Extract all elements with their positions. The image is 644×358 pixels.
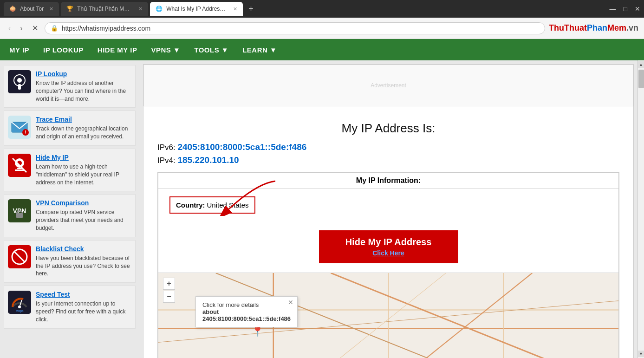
close-button[interactable]: ✕ (635, 5, 640, 13)
sidebar-desc-vpn: Compare top rated VPN service providers … (36, 208, 131, 232)
sidebar-icon-vpn: VPN (8, 199, 31, 222)
sidebar-icon-speed-test: Mbps (8, 291, 31, 314)
ipv6-label: IPv6: (157, 143, 176, 152)
scrollbar-down[interactable]: ▼ (638, 351, 644, 357)
map-container: + − ✕ Click for more details about 2405:… (158, 273, 618, 358)
sidebar-text-ip-lookup: IP Lookup Know the IP address of another… (36, 70, 131, 103)
nav-hide-my-ip[interactable]: HIDE MY IP (98, 46, 137, 54)
tab-close-2[interactable]: ✕ (138, 6, 143, 12)
sidebar-item-blacklist: Blacklist Check Have you been blackliste… (4, 240, 136, 283)
url-text: https://whatismyipaddress.com (62, 25, 539, 32)
brand-logo: ThuThuatPhanMem.vn (549, 23, 638, 33)
svg-text:!: ! (25, 130, 26, 135)
sidebar-title-blacklist[interactable]: Blacklist Check (36, 245, 131, 253)
sidebar-title-vpn[interactable]: VPN Comparison (36, 199, 131, 207)
scrollbar-up[interactable]: ▲ (638, 61, 644, 68)
svg-text:Mbps: Mbps (15, 309, 24, 313)
nav-vpns[interactable]: VPNS ▼ (151, 46, 180, 54)
sidebar-title-trace-email[interactable]: Trace Email (36, 116, 131, 123)
sidebar-icon-blacklist (8, 245, 31, 268)
sidebar-item-ip-lookup: IP Lookup Know the IP address of another… (4, 65, 136, 108)
sidebar-text-vpn: VPN Comparison Compare top rated VPN ser… (36, 199, 131, 232)
svg-rect-12 (15, 169, 24, 171)
sidebar-desc-ip-lookup: Know the IP address of another computer?… (36, 79, 131, 103)
site-navbar: MY IP IP LOOKUP HIDE MY IP VPNS ▼ TOOLS … (0, 39, 644, 60)
tab-close-3[interactable]: ✕ (233, 6, 237, 12)
ipv4-row: IPv4: 185.220.101.10 (157, 155, 619, 165)
tab-favicon-1: 🧅 (9, 6, 16, 12)
tab-whatismyip[interactable]: 🌐 What Is My IP Address - See Yo... ✕ (150, 2, 243, 16)
back-button[interactable]: ‹ (6, 22, 13, 34)
sidebar-item-trace-email: ! Trace Email Track down the geographica… (4, 111, 136, 146)
hide-ip-label: Hide My IP Address (345, 237, 432, 247)
tab-close-1[interactable]: ✕ (49, 6, 53, 12)
nav-ip-lookup[interactable]: IP LOOKUP (43, 46, 84, 54)
svg-point-2 (17, 78, 22, 83)
tab-thuthuat[interactable]: 🏆 Thủ Thuật Phần Mềm, Máy Tính... ✕ (61, 2, 148, 16)
ipv6-row: IPv6: 2405:8100:8000:5ca1::5de:f486 (157, 142, 619, 152)
hide-ip-section: Hide My IP Address Click Here (158, 221, 618, 273)
sidebar-item-vpn: VPN VPN Comparison Compare top rated VPN… (4, 194, 136, 237)
nav-learn[interactable]: LEARN ▼ (242, 46, 277, 54)
tooltip-line2: about 2405:8100:8000:5ca1::5de:f486 (202, 308, 291, 322)
tooltip-line1: Click for more details (202, 301, 291, 308)
tab-favicon-3: 🌐 (156, 6, 163, 12)
nav-my-ip[interactable]: MY IP (9, 46, 29, 54)
svg-rect-16 (16, 213, 23, 218)
minimize-button[interactable]: — (610, 5, 616, 13)
browser-titlebar: 🧅 About Tor ✕ 🏆 Thủ Thuật Phần Mềm, Máy … (0, 0, 644, 18)
sidebar-desc-trace-email: Track down the geographical location and… (36, 125, 131, 141)
arrow-indicator (201, 179, 285, 216)
sidebar-title-speed-test[interactable]: Speed Test (36, 291, 131, 298)
window-controls: — □ ✕ (610, 5, 640, 13)
url-bar[interactable]: 🔒 https://whatismyipaddress.com (45, 22, 545, 34)
sidebar-text-blacklist: Blacklist Check Have you been blackliste… (36, 245, 131, 278)
sidebar-title-ip-lookup[interactable]: IP Lookup (36, 70, 131, 78)
new-tab-button[interactable]: + (245, 2, 257, 16)
tab-favicon-2: 🏆 (66, 6, 73, 12)
sidebar-desc-speed-test: Is your Internet connection up to speed?… (36, 300, 131, 323)
sidebar-icon-trace-email: ! (8, 116, 31, 139)
sidebar-item-hide-my-ip: Hide My IP Learn how to use a high-tech … (4, 149, 136, 191)
sidebar-desc-hide-my-ip: Learn how to use a high-tech "middleman"… (36, 163, 131, 186)
lock-icon: 🔒 (51, 25, 58, 32)
sidebar-desc-blacklist: Have you been blacklisted because of the… (36, 254, 131, 278)
tab-about-tor[interactable]: 🧅 About Tor ✕ (4, 2, 59, 16)
forward-button[interactable]: › (17, 22, 25, 34)
map-zoom-in[interactable]: + (163, 278, 175, 290)
svg-point-22 (18, 306, 21, 308)
scrollbar: ▲ ▼ (637, 60, 644, 358)
ad-banner: Advertisement (143, 65, 633, 106)
hide-ip-button[interactable]: Hide My IP Address Click Here (319, 230, 458, 263)
page-title: My IP Address Is: (157, 121, 619, 136)
sidebar-text-trace-email: Trace Email Track down the geographical … (36, 116, 131, 141)
tooltip-close[interactable]: ✕ (288, 299, 293, 306)
sidebar-icon-ip-lookup (8, 70, 31, 93)
map-zoom-controls: + − (163, 278, 175, 303)
sidebar-title-hide-my-ip[interactable]: Hide My IP (36, 154, 131, 161)
sidebar-text-speed-test: Speed Test Is your Internet connection u… (36, 291, 131, 323)
ip-info-box: My IP Information: Country: United State… (157, 172, 619, 358)
ipv6-value[interactable]: 2405:8100:8000:5ca1::5de:f486 (177, 142, 306, 152)
scrollbar-thumb[interactable] (638, 70, 644, 88)
svg-rect-3 (18, 84, 21, 90)
ad-placeholder: Advertisement (371, 82, 406, 89)
map-tooltip: ✕ Click for more details about 2405:8100… (195, 296, 298, 327)
ip-section: My IP Address Is: IPv6: 2405:8100:8000:5… (143, 114, 633, 358)
ipv4-value[interactable]: 185.220.101.10 (177, 155, 239, 165)
content-area: Advertisement My IP Address Is: IPv6: 24… (139, 60, 637, 358)
tab-label-1: About Tor (20, 6, 44, 12)
maximize-button[interactable]: □ (624, 5, 627, 13)
sidebar: IP Lookup Know the IP address of another… (0, 60, 139, 358)
click-here-link[interactable]: Click Here (333, 249, 444, 257)
nav-tools[interactable]: TOOLS ▼ (194, 46, 228, 54)
sidebar-item-speed-test: Mbps Speed Test Is your Internet connect… (4, 286, 136, 328)
sidebar-icon-hide-my-ip (8, 154, 31, 177)
map-zoom-out[interactable]: − (163, 291, 175, 303)
refresh-button[interactable]: ✕ (29, 22, 41, 34)
address-bar: ‹ › ✕ 🔒 https://whatismyipaddress.com Th… (0, 18, 644, 39)
tab-label-2: Thủ Thuật Phần Mềm, Máy Tính... (77, 6, 133, 12)
ipv4-label: IPv4: (157, 156, 176, 165)
sidebar-text-hide-my-ip: Hide My IP Learn how to use a high-tech … (36, 154, 131, 186)
tab-label-3: What Is My IP Address - See Yo... (166, 6, 228, 12)
